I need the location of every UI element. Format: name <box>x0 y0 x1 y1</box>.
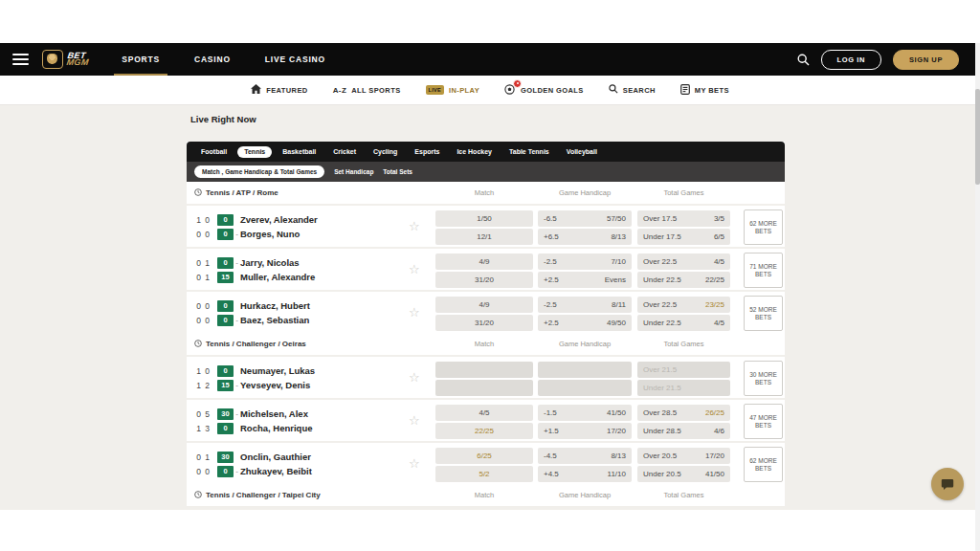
odds-handicap-home[interactable]: -2.58/11 <box>538 297 632 313</box>
total-label: Over 28.5 <box>637 408 705 417</box>
odds-total-under[interactable]: Under 28.54/6 <box>637 423 730 439</box>
odds-total-over[interactable]: Over 17.53/5 <box>637 210 730 227</box>
favorite-star-icon[interactable]: ☆ <box>409 262 420 276</box>
match-row[interactable]: 0130Onclin, Gauthier000-Zhukayev, Beibit… <box>187 441 785 484</box>
sport-tab-table-tennis[interactable]: Table Tennis <box>502 146 556 158</box>
subnav-item-all-sports[interactable]: A-ZALL SPORTS <box>333 86 401 95</box>
serving-indicator: - <box>234 467 240 475</box>
clock-icon <box>194 491 202 500</box>
odds-handicap-away[interactable]: +6.58/13 <box>538 229 632 245</box>
sport-tab-tennis[interactable]: Tennis <box>237 146 272 158</box>
odds-match-away[interactable]: 31/20 <box>435 315 533 331</box>
odds-value: 4/6 <box>714 427 730 435</box>
player-line: 1215-Yevseyev, Denis <box>194 378 315 392</box>
odds-match-away[interactable]: 5/2 <box>435 466 533 482</box>
odds-match-away[interactable]: 12/1 <box>435 229 533 245</box>
match-row[interactable]: 010-Jarry, Nicolas0115Muller, Alexandre☆… <box>187 247 785 290</box>
sport-tab-football[interactable]: Football <box>194 146 234 158</box>
match-row[interactable]: 100Zverev, Alexander000-Borges, Nuno☆1/5… <box>187 204 785 247</box>
favorite-star-icon[interactable]: ☆ <box>409 413 420 428</box>
match-row[interactable]: 000Hurkacz, Hubert000-Baez, Sebastian☆4/… <box>187 290 785 333</box>
odds-match-home[interactable]: 4/5 <box>435 405 533 421</box>
odds-total-over[interactable]: Over 20.517/20 <box>637 448 730 464</box>
odds-handicap-home[interactable]: -1.541/50 <box>538 405 632 421</box>
market-tab[interactable]: Set Handicap <box>334 168 373 175</box>
more-bets-button[interactable]: 30 MORE BETS <box>744 361 783 396</box>
nav-item-sports[interactable]: SPORTS <box>104 43 177 76</box>
odds-match-home[interactable]: 4/9 <box>435 297 533 313</box>
set-score: 0 <box>203 301 212 311</box>
more-bets-button[interactable]: 62 MORE BETS <box>744 447 783 482</box>
odds-total-over[interactable]: Over 22.523/25 <box>637 297 730 313</box>
odds-total-over[interactable]: Over 28.526/25 <box>637 405 730 421</box>
favorite-star-icon[interactable]: ☆ <box>409 370 420 385</box>
sport-tab-ice-hockey[interactable]: Ice Hockey <box>450 146 499 158</box>
chat-button[interactable] <box>931 468 964 500</box>
betmgm-logo[interactable]: BET MGM <box>42 50 89 69</box>
odds-match-away[interactable]: 22/25 <box>435 423 533 439</box>
scrollbar-thumb[interactable] <box>975 89 980 185</box>
odds-match-home[interactable]: 4/9 <box>435 253 533 270</box>
subnav-item-my-bets[interactable]: MY BETS <box>680 84 729 97</box>
nav-item-casino[interactable]: CASINO <box>177 43 248 76</box>
odds-handicap-away[interactable]: +2.549/50 <box>538 315 632 331</box>
match-row[interactable]: 100Neumayer, Lukas1215-Yevseyev, Denis☆O… <box>187 355 785 398</box>
subnav-item-search[interactable]: SEARCH <box>609 84 656 96</box>
login-button[interactable]: LOG IN <box>821 50 881 70</box>
more-bets-button[interactable]: 62 MORE BETS <box>744 209 783 245</box>
odds-total-over[interactable]: Over 22.54/5 <box>637 253 730 270</box>
odds-handicap-away[interactable]: +2.5Evens <box>538 272 632 288</box>
league-title[interactable]: Tennis / ATP / Rome <box>187 188 278 198</box>
player-line: 130Rocha, Henrique <box>194 421 313 435</box>
subnav-item-golden-goals[interactable]: GOLDEN GOALS <box>504 84 584 97</box>
player-name: Yevseyev, Denis <box>240 380 310 390</box>
sport-tab-esports[interactable]: Esports <box>408 146 446 158</box>
odds-handicap-away[interactable]: +1.517/20 <box>538 423 632 439</box>
odds-match-home[interactable]: 1/50 <box>435 210 533 227</box>
odds-match-home <box>435 362 533 378</box>
signup-button[interactable]: SIGN UP <box>893 50 959 70</box>
market-tab[interactable]: Total Sets <box>383 168 412 175</box>
odds-handicap-home[interactable]: -4.58/13 <box>538 448 632 464</box>
odds-total-under[interactable]: Under 17.56/5 <box>637 229 730 245</box>
player-name: Michelsen, Alex <box>240 408 308 419</box>
favorite-star-icon[interactable]: ☆ <box>409 305 420 320</box>
nav-item-live-casino[interactable]: LIVE CASINO <box>248 43 343 76</box>
notification-badge <box>513 79 522 88</box>
sports-subnav: FEATUREDA-ZALL SPORTSLIVEIN-PLAYGOLDEN G… <box>0 76 980 105</box>
search-icon <box>609 84 618 96</box>
odds-match-home[interactable]: 6/25 <box>435 448 533 464</box>
odds-handicap-away[interactable]: +4.511/10 <box>538 466 632 482</box>
sport-tab-cricket[interactable]: Cricket <box>326 146 363 158</box>
odds-match-away[interactable]: 31/20 <box>435 272 533 288</box>
odds-value: 31/20 <box>475 319 494 327</box>
subnav-item-in-play[interactable]: LIVEIN-PLAY <box>426 85 480 95</box>
match-row[interactable]: 0530-Michelsen, Alex130Rocha, Henrique☆4… <box>187 398 785 441</box>
set-score: 0 <box>203 467 212 476</box>
more-bets-button[interactable]: 47 MORE BETS <box>744 404 783 439</box>
total-label: Under 22.5 <box>637 276 705 284</box>
sport-tab-volleyball[interactable]: Volleyball <box>560 146 604 158</box>
serving-indicator: - <box>234 258 240 267</box>
odds-value: 41/50 <box>607 408 632 417</box>
favorite-star-icon[interactable]: ☆ <box>409 219 420 233</box>
odds-handicap-home[interactable]: -2.57/10 <box>538 253 632 270</box>
sport-tab-cycling[interactable]: Cycling <box>367 146 404 158</box>
odds-total-under[interactable]: Under 22.54/5 <box>637 315 730 331</box>
subnav-item-featured[interactable]: FEATURED <box>251 84 307 96</box>
sport-tab-basketball[interactable]: Basketball <box>276 146 323 158</box>
league-title[interactable]: Tennis / Challenger / Oeiras <box>187 340 306 349</box>
total-label: Over 21.5 <box>637 365 724 374</box>
handicap-label: +1.5 <box>538 427 607 435</box>
hamburger-menu-icon[interactable] <box>12 54 29 65</box>
favorite-star-icon[interactable]: ☆ <box>409 456 420 471</box>
odds-total-under[interactable]: Under 22.522/25 <box>637 272 730 288</box>
odds-handicap-home[interactable]: -6.557/50 <box>538 210 632 227</box>
more-bets-button[interactable]: 52 MORE BETS <box>744 296 783 331</box>
league-title[interactable]: Tennis / Challenger / Taipei City <box>187 491 321 500</box>
az-icon: A-Z <box>333 86 347 95</box>
odds-total-under[interactable]: Under 20.541/50 <box>637 466 730 482</box>
market-tab[interactable]: Match , Game Handicap & Total Games <box>194 165 324 178</box>
nav-search-icon[interactable] <box>797 54 810 66</box>
more-bets-button[interactable]: 71 MORE BETS <box>744 253 783 288</box>
